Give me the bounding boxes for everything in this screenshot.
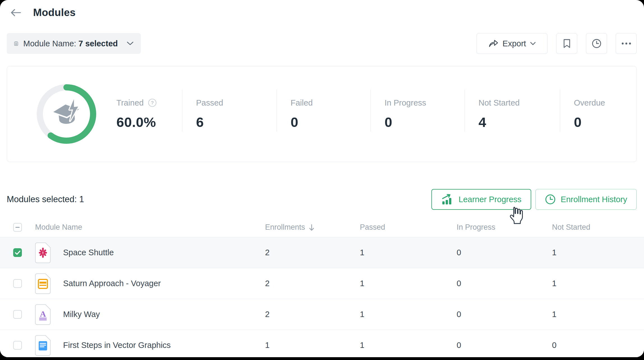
cell-not-started: 1: [552, 248, 644, 257]
enrollment-history-label: Enrollment History: [561, 195, 627, 204]
cell-not-started: 0: [552, 341, 644, 350]
table-row[interactable]: Space Shuttle 2 1 0 1: [0, 237, 644, 268]
page-title: Modules: [33, 7, 75, 19]
page-header: Modules: [10, 7, 75, 19]
cell-in-progress: 0: [457, 310, 552, 319]
column-header-passed[interactable]: Passed: [360, 223, 457, 232]
report-history-button[interactable]: [586, 33, 607, 54]
svg-text:?: ?: [151, 100, 154, 106]
enrollment-history-button[interactable]: Enrollment History: [535, 189, 637, 210]
stat-label: Passed: [196, 98, 277, 108]
stat-in-progress: In Progress 0: [371, 98, 464, 130]
learner-progress-button[interactable]: Learner Progress: [431, 189, 531, 210]
stat-trained: Trained ? 60.0%: [116, 98, 182, 130]
module-name[interactable]: Space Shuttle: [63, 248, 114, 257]
stat-value: 0: [385, 114, 464, 130]
cell-not-started: 1: [552, 310, 644, 319]
modules-report-window: Modules Module Name: 7 selected Export: [0, 0, 644, 357]
stat-value: 4: [479, 114, 560, 130]
row-checkbox[interactable]: [13, 310, 22, 319]
stat-overdue: Overdue 0: [560, 98, 636, 130]
bookmark-icon: [563, 39, 571, 48]
cell-enrollments: 1: [265, 341, 360, 350]
table-header-row: Module Name Enrollments Passed In Progre…: [0, 218, 644, 237]
table-row[interactable]: First Steps in Vector Graphics 1 1 0 0: [0, 330, 644, 357]
cell-enrollments: 2: [265, 310, 360, 319]
cell-not-started: 1: [552, 279, 644, 288]
clipboard-icon: [14, 38, 18, 49]
cell-in-progress: 0: [457, 341, 552, 350]
svg-text:A: A: [40, 309, 46, 318]
chevron-down-icon: [127, 42, 134, 45]
training-summary-card: Trained ? 60.0% Passed 6 Failed 0 In Pro…: [7, 66, 637, 162]
column-header-enrollments[interactable]: Enrollments: [265, 223, 360, 232]
modules-selected-label: Modules selected: 1: [7, 194, 84, 204]
cell-in-progress: 0: [457, 248, 552, 257]
select-all-checkbox[interactable]: [13, 223, 22, 232]
stat-value: 0: [291, 114, 371, 130]
filter-label: Module Name: 7 selected: [23, 39, 118, 48]
export-button[interactable]: Export: [477, 33, 548, 54]
arrow-down-icon: [309, 224, 314, 231]
module-name[interactable]: First Steps in Vector Graphics: [63, 341, 171, 350]
cell-passed: 1: [360, 310, 457, 319]
cell-passed: 1: [360, 279, 457, 288]
stat-value: 6: [196, 114, 277, 130]
selection-row: Modules selected: 1 Learner Progress Enr…: [7, 189, 637, 210]
text-document-module-icon: [35, 335, 51, 356]
stat-value: 0: [574, 114, 636, 130]
stat-not-started: Not Started 4: [464, 98, 560, 130]
module-name-filter[interactable]: Module Name: 7 selected: [7, 33, 141, 54]
clock-icon: [545, 194, 556, 205]
letter-a-module-icon: A: [35, 304, 51, 325]
starburst-module-icon: [35, 242, 51, 263]
stat-passed: Passed 6: [182, 98, 277, 130]
cell-passed: 1: [360, 341, 457, 350]
row-checkbox[interactable]: [13, 341, 22, 350]
module-name[interactable]: Saturn Approach - Voyager: [63, 279, 161, 288]
slides-module-icon: [35, 273, 51, 294]
chevron-down-icon: [530, 42, 536, 45]
module-name[interactable]: Milky Way: [63, 310, 100, 319]
table-row[interactable]: A Milky Way 2 1 0 1: [0, 299, 644, 330]
summary-stats: Trained ? 60.0% Passed 6 Failed 0 In Pro…: [116, 66, 636, 162]
stat-label: Not Started: [479, 98, 560, 108]
back-button[interactable]: [10, 7, 21, 18]
stat-label: In Progress: [385, 98, 464, 108]
table-row[interactable]: Saturn Approach - Voyager 2 1 0 1: [0, 268, 644, 299]
stat-value: 60.0%: [116, 114, 182, 130]
modules-table: Module Name Enrollments Passed In Progre…: [0, 218, 644, 357]
row-checkbox[interactable]: [13, 248, 22, 257]
ellipsis-icon: [622, 42, 631, 45]
stat-label: Trained: [116, 98, 144, 108]
column-header-in-progress[interactable]: In Progress: [457, 223, 552, 232]
share-arrow-icon: [488, 39, 498, 48]
column-header-not-started[interactable]: Not Started: [552, 223, 644, 232]
trained-donut-chart: [7, 80, 116, 148]
bar-chart-growth-icon: [441, 193, 454, 205]
cell-passed: 1: [360, 248, 457, 257]
toolbar: Export: [477, 33, 637, 54]
cell-enrollments: 2: [265, 248, 360, 257]
more-options-button[interactable]: [616, 33, 637, 54]
clock-icon: [592, 39, 601, 48]
export-label: Export: [503, 39, 526, 48]
stat-failed: Failed 0: [277, 98, 371, 130]
column-header-module-name[interactable]: Module Name: [35, 223, 265, 232]
row-checkbox[interactable]: [13, 279, 22, 288]
arrow-left-icon: [10, 8, 21, 17]
stat-label: Overdue: [574, 98, 636, 108]
learner-progress-label: Learner Progress: [459, 195, 521, 204]
cell-in-progress: 0: [457, 279, 552, 288]
graduation-cap-bolt-icon: [52, 99, 80, 125]
stat-label: Failed: [291, 98, 371, 108]
bookmark-button[interactable]: [556, 33, 577, 54]
cell-enrollments: 2: [265, 279, 360, 288]
question-circle-icon[interactable]: ?: [148, 99, 157, 107]
